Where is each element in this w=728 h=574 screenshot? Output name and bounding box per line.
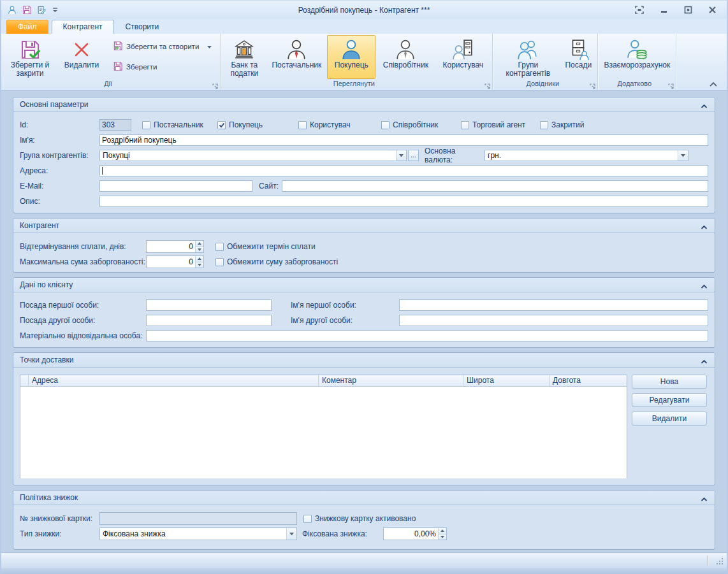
column-header-longitude[interactable]: Довгота (550, 375, 627, 386)
section-header-delivery-points[interactable]: Точки доставки (13, 353, 715, 368)
user-button[interactable]: Користувач (435, 35, 490, 79)
chevron-down-icon[interactable] (678, 150, 688, 161)
tab-create[interactable]: Створити (114, 20, 171, 34)
delete-button[interactable]: Видалити (57, 35, 106, 79)
fixed-discount-spinner[interactable] (383, 527, 447, 540)
fullscreen-button[interactable] (635, 6, 644, 15)
fixed-discount-field[interactable] (384, 528, 438, 540)
payment-delay-spinner[interactable] (146, 240, 204, 253)
resize-grip[interactable] (715, 557, 724, 566)
second-person-position-field[interactable] (146, 315, 272, 326)
minimize-button[interactable] (659, 6, 668, 15)
checkbox-box (303, 515, 312, 523)
spin-down-icon[interactable] (196, 247, 203, 253)
collapse-section-icon[interactable] (701, 223, 708, 228)
dialog-launcher-icon[interactable] (212, 82, 218, 88)
description-field[interactable] (99, 196, 708, 207)
section-header-client-data[interactable]: Дані по клієнту (13, 278, 715, 292)
site-field[interactable] (282, 180, 708, 192)
first-person-position-field[interactable] (146, 299, 272, 311)
collapse-ribbon-icon[interactable] (709, 78, 719, 86)
payment-delay-field[interactable] (147, 241, 195, 252)
user-server-icon (452, 38, 474, 61)
save-and-close-button[interactable]: Зберегти й закрити (3, 35, 57, 79)
checkbox-closed[interactable]: Закритий (540, 120, 584, 129)
chevron-down-icon[interactable] (286, 528, 296, 540)
spin-down-icon[interactable] (439, 534, 446, 540)
tab-counterparty[interactable]: Контрагент (52, 20, 114, 34)
save-icon[interactable] (22, 6, 31, 15)
discount-card-number-field[interactable] (99, 512, 297, 525)
user-icon[interactable] (8, 6, 17, 15)
spin-up-icon[interactable] (196, 256, 203, 262)
id-field[interactable] (99, 119, 131, 131)
max-debt-field[interactable] (147, 256, 195, 268)
buyer-button[interactable]: Покупець (327, 35, 375, 79)
section-header-discount-policy[interactable]: Політика знижок (13, 491, 715, 505)
edit-document-icon[interactable] (37, 6, 46, 15)
discount-type-combo[interactable]: Фіксована знижка (99, 527, 297, 540)
people-group-icon (517, 38, 539, 61)
checkbox-employee[interactable]: Співробітник (381, 120, 461, 129)
discount-type-label: Тип знижки: (20, 529, 99, 538)
name-field[interactable] (99, 134, 708, 146)
responsible-person-field[interactable] (146, 330, 708, 341)
positions-button[interactable]: Посади (561, 35, 595, 79)
currency-combo[interactable]: грн. (484, 150, 688, 161)
checkbox-user[interactable]: Користувач (298, 120, 381, 129)
table-body-empty[interactable] (20, 387, 627, 478)
address-field[interactable] (99, 165, 708, 176)
collapse-section-icon[interactable] (701, 495, 708, 500)
mutual-settlement-button[interactable]: Взаєморозрахунок (600, 35, 674, 79)
dialog-launcher-icon[interactable] (590, 82, 595, 88)
spin-down-icon[interactable] (196, 262, 203, 268)
save-button[interactable]: Зберегти (110, 60, 214, 73)
collapse-section-icon[interactable] (701, 102, 708, 107)
checkbox-buyer[interactable]: Покупець (217, 120, 298, 129)
section-header-counterparty[interactable]: Контрагент (13, 219, 715, 233)
checkbox-card-active[interactable]: Знижкову картку активовано (303, 514, 416, 523)
section-header-main-parameters[interactable]: Основні параметри (13, 97, 715, 112)
column-header-latitude[interactable]: Широта (463, 375, 550, 386)
counterparty-groups-button[interactable]: Групи контрагентів (495, 35, 561, 79)
counterparty-group-combo[interactable]: Покупці (99, 150, 407, 161)
first-person-name-field[interactable] (399, 299, 708, 311)
email-field[interactable] (99, 180, 252, 192)
second-person-name-field[interactable] (399, 315, 708, 326)
ribbon-group-additional: Взаєморозрахунок Додатково (598, 34, 676, 90)
checkbox-trade-agent[interactable]: Торговий агент (461, 120, 540, 129)
bank-icon (233, 38, 255, 61)
employee-button[interactable]: Співробітник (375, 35, 435, 79)
form-content: Основні параметри Id: Постачальник (1, 90, 727, 552)
cabinet-icon (567, 38, 589, 61)
column-header-comment[interactable]: Коментар (319, 375, 463, 386)
column-header-address[interactable]: Адреса (29, 375, 319, 386)
section-client-data: Дані по клієнту Посада першої особи: Ім'… (13, 277, 715, 348)
save-and-create-button[interactable]: Зберегти та створити (110, 39, 214, 53)
quick-access-dropdown-icon[interactable] (52, 6, 58, 15)
new-delivery-point-button[interactable]: Нова (632, 375, 707, 389)
edit-delivery-point-button[interactable]: Редагувати (632, 393, 707, 407)
checkbox-limit-debt[interactable]: Обмежити суму заборгованості (215, 257, 338, 266)
tab-file[interactable]: Файл (6, 20, 48, 34)
collapse-section-icon[interactable] (701, 357, 708, 362)
maximize-button[interactable] (683, 6, 692, 15)
spin-up-icon[interactable] (196, 241, 203, 247)
dialog-launcher-icon[interactable] (668, 82, 674, 88)
checkbox-box (381, 121, 389, 129)
max-debt-spinner[interactable] (146, 255, 204, 268)
group-label-actions: Дії (1, 79, 220, 90)
browse-button[interactable]: ... (408, 150, 419, 161)
checkbox-supplier[interactable]: Постачальник (142, 120, 217, 129)
collapse-section-icon[interactable] (701, 282, 708, 287)
bank-taxes-button[interactable]: Банк та податки (222, 35, 266, 79)
email-label: E-Mail: (20, 182, 99, 190)
dialog-launcher-icon[interactable] (484, 82, 490, 88)
quick-access-toolbar (8, 6, 58, 15)
delete-delivery-point-button[interactable]: Видалити (632, 412, 707, 426)
checkbox-limit-payment-term[interactable]: Обмежити термін сплати (215, 242, 316, 251)
close-button[interactable] (708, 6, 717, 15)
spin-up-icon[interactable] (439, 528, 446, 534)
supplier-button[interactable]: Постачальник (266, 35, 327, 79)
chevron-down-icon[interactable] (396, 150, 406, 161)
